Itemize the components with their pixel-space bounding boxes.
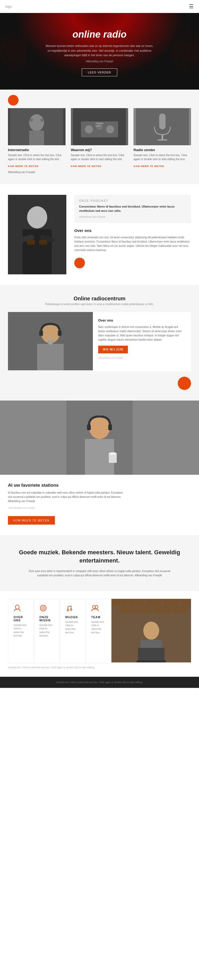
svg-rect-94 (137, 660, 166, 662)
svg-point-76 (67, 609, 69, 611)
tile-team-title: TEAM (91, 616, 100, 619)
svg-point-35 (29, 114, 44, 131)
orange-dot-1 (8, 95, 19, 105)
tile-missie[interactable]: ONZE MISSIE Sample text. Click to select… (34, 599, 60, 663)
svg-point-41 (85, 126, 93, 133)
svg-point-78 (92, 605, 95, 609)
navigation: logo ☰ (0, 0, 199, 13)
card-2-link[interactable]: KOM MEER TE WETEN (71, 165, 102, 167)
footer: Sample text. Click to select the text bo… (0, 677, 199, 688)
stations-image (0, 401, 199, 475)
tile-over-ons-desc: Sample text. Click to select the text bo… (14, 624, 29, 638)
svg-point-51 (27, 206, 47, 229)
svg-point-77 (70, 609, 72, 611)
svg-point-37 (30, 118, 33, 122)
svg-rect-87 (119, 606, 135, 613)
stations-button[interactable]: KOM MEER TE WETEN (8, 516, 55, 525)
podcast-source: Afbeelding van Freepik (79, 215, 186, 219)
podcast-box: ONZE PODCAST Consectetur libero id fauci… (74, 195, 191, 223)
radio-content: Over ons Nam scelerisque in dictum non c… (8, 312, 191, 371)
svg-rect-86 (180, 599, 191, 605)
svg-rect-59 (37, 344, 64, 370)
svg-rect-83 (129, 599, 145, 605)
cards-row: Internetradio Sample text. Click to sele… (8, 108, 191, 176)
stations-source: Afbeeldingen van Freepik (8, 506, 125, 510)
card-3-desc: Sample text. Click to select the text bo… (134, 153, 191, 161)
svg-point-72 (15, 605, 19, 609)
tile-missie-desc: Sample text. Click to select the text bo… (40, 624, 54, 638)
card-2-title: Waarom wij? (71, 148, 129, 152)
card-3-image (134, 108, 191, 145)
tiles-footer-text: Sample text. Click to select the text bo… (8, 666, 191, 669)
podcast-title: Consectetur libero id faucibus sed tinci… (79, 204, 186, 213)
over-ons-title: Over ons (74, 228, 191, 233)
stations-section: Al uw favoriete stations Id faucibus non… (0, 401, 199, 535)
svg-rect-88 (137, 606, 153, 613)
svg-rect-68 (87, 425, 91, 430)
missie-icon (40, 605, 47, 613)
orange-dot-2 (74, 258, 85, 268)
radio-image (8, 312, 93, 371)
svg-rect-84 (146, 599, 162, 605)
hamburger-icon[interactable]: ☰ (189, 3, 194, 10)
svg-rect-56 (39, 240, 47, 245)
tile-over-ons[interactable]: OVER ONS Sample text. Click to select th… (8, 599, 34, 663)
podcast-person-image (8, 195, 66, 274)
quote-section: Goede muziek. Bekende meesters. Nieuw ta… (0, 535, 199, 591)
card-1-desc: Sample text. Click to select the text bo… (8, 153, 65, 161)
over-ons-icon (14, 605, 21, 613)
hero-title: online radio (11, 29, 188, 40)
radio-over-ons-text: Nam scelerisque in dictum non consectetu… (98, 325, 186, 342)
svg-rect-85 (163, 599, 179, 605)
podcast-left (8, 195, 66, 274)
quote-text: Duis aute irure dolor in reprehenderit i… (25, 569, 174, 578)
svg-rect-89 (154, 606, 170, 613)
tile-image (111, 599, 191, 663)
logo: logo (5, 5, 12, 8)
card-1: Internetradio Sample text. Click to sele… (8, 108, 65, 176)
tile-missie-title: ONZE MISSIE (40, 616, 54, 622)
stations-text: Id faucibus non est vulputate in vulputa… (8, 491, 125, 503)
stations-content: Al uw favoriete stations Id faucibus non… (0, 475, 199, 525)
svg-rect-69 (108, 425, 112, 430)
hero-button[interactable]: LEES VERDER (82, 68, 117, 76)
svg-rect-48 (162, 135, 163, 140)
muziek-icon (65, 605, 73, 613)
tile-muziek-title: MUZIEK (65, 616, 78, 619)
stations-right (133, 483, 191, 525)
radio-button[interactable]: WIE WIJ ZIJN (98, 346, 128, 353)
svg-rect-60 (39, 331, 43, 336)
card-1-image (8, 108, 65, 145)
tile-muziek[interactable]: MUZIEK Sample text. Click to select the … (60, 599, 86, 663)
svg-rect-47 (159, 113, 166, 129)
card-3-link[interactable]: KOM MEER TE WETEN (134, 165, 164, 167)
stations-title: Al uw favoriete stations (8, 483, 125, 488)
team-icon (91, 605, 99, 613)
hero-section: online radio Mensen kunnen beter onthoud… (0, 13, 199, 90)
svg-rect-61 (58, 331, 62, 336)
card-1-title: Internetradio (8, 148, 65, 152)
card-1-link[interactable]: KOM MEER TE WETEN (8, 165, 39, 167)
svg-rect-63 (49, 336, 51, 344)
svg-rect-70 (109, 453, 117, 463)
svg-rect-90 (171, 606, 187, 613)
footer-text: Sample text. Click to select the text bo… (8, 681, 191, 684)
quote-title: Goede muziek. Bekende meesters. Nieuw ta… (11, 549, 188, 565)
radio-subtitle: Pellentesque ut amet porttitor eget dolo… (8, 303, 191, 305)
podcast-right: ONZE PODCAST Consectetur libero id fauci… (74, 195, 191, 269)
svg-point-42 (96, 124, 103, 130)
radio-over-ons-title: Over ons (98, 318, 186, 322)
tile-team[interactable]: TEAM Sample text. Click to select the te… (86, 599, 112, 663)
podcast-label: ONZE PODCAST (79, 199, 186, 202)
tile-muziek-desc: Sample text. Click to select the text bo… (65, 620, 80, 635)
card-1-source: Afbeelding van Freepik (8, 170, 65, 174)
card-2: Waarom wij? Sample text. Click to select… (71, 108, 129, 176)
card-2-image (71, 108, 129, 145)
over-ons-text: Porta nibh venenatis orci sed. Sit amet … (74, 235, 191, 252)
card-3: Radio zender Sample text. Click to selec… (134, 108, 191, 176)
svg-point-43 (106, 126, 114, 133)
stations-left: Al uw favoriete stations Id faucibus non… (8, 483, 125, 525)
tiles-section: OVER ONS Sample text. Click to select th… (0, 591, 199, 677)
hero-description: Mensen kunnen beter onthouden wat ze op … (44, 44, 155, 58)
svg-rect-93 (138, 648, 164, 661)
